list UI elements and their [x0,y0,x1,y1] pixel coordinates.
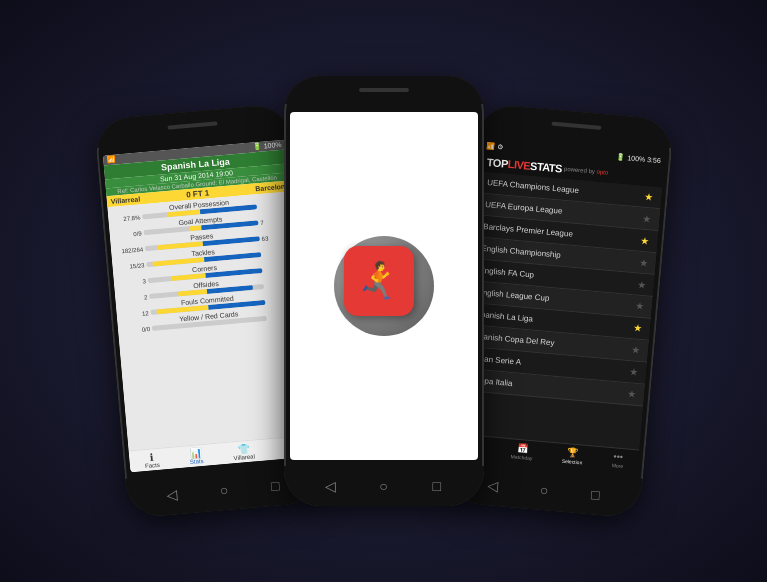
phone-center: 🏃 ◁ ○ □ [284,76,484,506]
star-icon[interactable]: ★ [630,344,640,356]
stat-val-left: 2 [119,294,147,302]
star-icon[interactable]: ★ [636,279,646,291]
home-btn-center[interactable]: ○ [373,476,393,496]
soccer-ball-bg: 🏃 [334,236,434,336]
right-content: 📶 ⚙ 🔋 100% 3:56 TOPLIVESTATS powered by … [455,140,665,473]
left-speaker [166,121,216,129]
star-icon[interactable]: ★ [642,213,652,225]
app-top-text: TOP [486,156,508,170]
star-icon[interactable]: ★ [644,191,654,203]
team-home: Villarreal [110,195,140,205]
recent-btn-right[interactable]: □ [584,484,606,506]
recent-btn-left[interactable]: □ [264,475,286,497]
league-name: English League Cup [477,288,550,303]
left-content: 📶 🔋 100% Spanish La Liga Sun 31 Aug 2014… [102,140,312,473]
app-logo-container: 🏃 [334,236,434,336]
stat-val-left: 15/23 [116,262,144,270]
player-icon: 🏃 [356,263,401,299]
app-stats-text: STATS [529,160,562,175]
star-icon[interactable]: ★ [638,257,648,269]
right-speaker [550,121,600,129]
right-nav-more[interactable]: •••More [611,451,624,469]
powered-by-text: powered by opto [563,166,608,176]
bar-fill-left [177,289,206,296]
left-nav-facts[interactable]: ℹFacts [143,451,159,469]
league-name: Barclays Premier League [482,222,572,239]
star-icon[interactable]: ★ [640,235,650,247]
home-btn-left[interactable]: ○ [213,479,235,501]
home-btn-right[interactable]: ○ [533,479,555,501]
league-name: English FA Cup [479,266,534,280]
back-btn-left[interactable]: ◁ [161,484,183,506]
star-icon[interactable]: ★ [626,388,636,400]
app-logo-text: TOPLIVESTATS [486,156,562,175]
center-content: 🏃 [290,112,478,460]
star-icon[interactable]: ★ [634,300,644,312]
star-icon[interactable]: ★ [632,322,642,334]
center-screen: 🏃 [290,112,478,460]
recent-btn-center[interactable]: □ [427,476,447,496]
right-nav-matchday[interactable]: 📅Matchday [510,442,533,461]
app-live-text: LIVE [507,158,530,172]
back-btn-center[interactable]: ◁ [320,476,340,496]
stat-val-left: 27.8% [112,214,140,222]
left-nav-stats[interactable]: 📊Stats [188,447,203,465]
team-away: Barcelon [254,183,284,193]
league-name: English Championship [481,244,561,260]
center-top-bar [284,76,484,104]
stat-val-left: 0/9 [113,230,141,238]
left-nav-villareal[interactable]: 👕Villareal [232,442,255,461]
league-list: UEFA Champions League ★ UEFA Europa Leag… [457,171,662,449]
right-screen: 📶 ⚙ 🔋 100% 3:56 TOPLIVESTATS powered by … [455,140,665,473]
app-icon-red: 🏃 [344,246,414,316]
star-icon[interactable]: ★ [628,366,638,378]
stat-val-left: 0/0 [121,326,149,334]
right-nav-selection[interactable]: 🏆Selection [561,447,583,466]
stat-val-left: 182/264 [114,246,142,254]
league-name: Spanish Copa Del Rey [473,332,554,348]
league-name: UEFA Champions League [486,178,578,195]
stat-val-left: 12 [120,310,148,318]
center-bottom-bar: ◁ ○ □ [284,466,484,506]
stat-val-left: 3 [117,278,145,286]
stat-val-right [258,204,286,206]
league-name: UEFA Europa League [484,200,562,216]
bar-fill-left [189,225,201,231]
left-screen: 📶 🔋 100% Spanish La Liga Sun 31 Aug 2014… [102,140,312,473]
center-speaker [359,88,409,92]
phones-container: 📶 🔋 100% Spanish La Liga Sun 31 Aug 2014… [0,0,767,582]
stats-area: Overall Possession 27.8% Goal Attempts 0… [107,191,311,450]
back-btn-right[interactable]: ◁ [481,475,503,497]
